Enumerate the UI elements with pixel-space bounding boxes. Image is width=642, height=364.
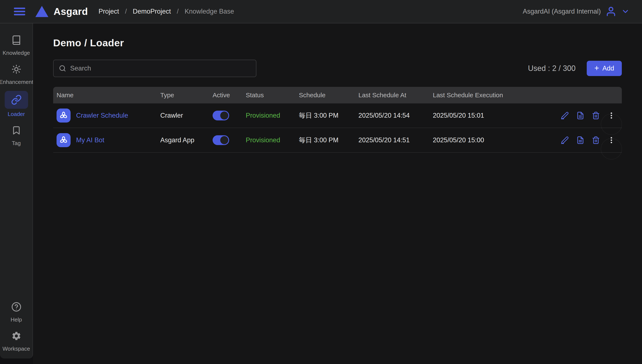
more-options-icon[interactable] <box>607 136 615 144</box>
loader-type-icon <box>57 108 71 122</box>
add-button-label: Add <box>602 64 614 72</box>
user-icon <box>605 6 616 17</box>
search-input[interactable] <box>70 64 251 72</box>
book-icon <box>11 33 22 48</box>
trash-icon[interactable] <box>592 136 600 144</box>
triangle-logo-icon <box>34 5 50 18</box>
account-menu[interactable]: AsgardAI (Asgard Internal) <box>523 6 630 17</box>
sidebar: Knowledge Enhancement <box>0 23 33 358</box>
breadcrumb-demoproject[interactable]: DemoProject <box>133 8 171 15</box>
loader-table: Name Type Active Status Schedule Last Sc… <box>53 87 622 153</box>
sidebar-item-label: Loader <box>8 111 25 118</box>
breadcrumb-project[interactable]: Project <box>98 8 119 15</box>
app-window: Asgard Project / DemoProject / Knowledge… <box>0 0 642 364</box>
sidebar-item-label: Enhancement <box>0 79 33 85</box>
loader-name-link[interactable]: Crawler Schedule <box>76 112 128 119</box>
sidebar-item-label: Workspace <box>3 346 30 352</box>
loader-type-icon <box>57 133 71 147</box>
status-badge: Provisioned <box>242 112 295 119</box>
loader-type: Crawler <box>157 112 209 119</box>
sun-icon <box>11 62 22 77</box>
last-schedule-execution-value: 2025/05/20 15:01 <box>429 112 561 119</box>
usage-counter: Used : 2 / 300 <box>528 64 575 73</box>
last-schedule-at-value: 2025/05/20 14:51 <box>355 136 429 144</box>
active-toggle[interactable] <box>213 111 229 120</box>
sidebar-item-label: Knowledge <box>3 50 30 56</box>
sidebar-item-enhancement[interactable]: Enhancement <box>0 62 33 85</box>
page-title: Demo / Loader <box>53 37 622 49</box>
column-header-schedule: Schedule <box>295 92 355 99</box>
column-header-active: Active <box>209 92 242 99</box>
chevron-down-icon <box>621 7 630 16</box>
main-content: Demo / Loader Used : 2 / 300 + Add <box>33 23 642 364</box>
schedule-value: 毎日 3:00 PM <box>295 136 355 144</box>
hamburger-menu-icon[interactable] <box>13 5 26 18</box>
loader-name-link[interactable]: My AI Bot <box>76 136 104 144</box>
sidebar-item-loader[interactable]: Loader <box>0 91 33 118</box>
table-row: Crawler Schedule Crawler Provisioned 毎日 … <box>53 104 622 128</box>
brand-name: Asgard <box>54 6 88 17</box>
breadcrumb-knowledge-base: Knowledge Base <box>185 8 234 15</box>
last-schedule-execution-value: 2025/05/20 15:00 <box>429 136 561 144</box>
help-circle-icon <box>11 300 22 314</box>
table-header: Name Type Active Status Schedule Last Sc… <box>53 87 622 104</box>
trash-icon[interactable] <box>592 112 600 120</box>
controls-row: Used : 2 / 300 + Add <box>53 60 622 77</box>
column-header-status: Status <box>242 92 295 99</box>
sidebar-item-label: Tag <box>12 140 21 146</box>
file-text-icon[interactable] <box>576 136 584 144</box>
sidebar-item-tag[interactable]: Tag <box>0 123 33 146</box>
status-badge: Provisioned <box>242 136 295 144</box>
loader-type: Asgard App <box>157 136 209 144</box>
column-header-last-schedule-execution: Last Schedule Execution <box>429 92 561 99</box>
plus-icon: + <box>594 64 599 72</box>
link-icon <box>5 91 28 109</box>
account-label: AsgardAI (Asgard Internal) <box>523 8 601 15</box>
topbar: Asgard Project / DemoProject / Knowledge… <box>0 0 642 23</box>
last-schedule-at-value: 2025/05/20 14:54 <box>355 112 429 119</box>
search-box[interactable] <box>53 60 256 77</box>
sidebar-item-help[interactable]: Help <box>0 300 33 323</box>
breadcrumb-separator: / <box>125 8 127 15</box>
edit-icon[interactable] <box>561 136 569 144</box>
sidebar-item-knowledge[interactable]: Knowledge <box>0 33 33 56</box>
gear-icon <box>11 328 22 344</box>
file-text-icon[interactable] <box>576 112 584 120</box>
bookmark-icon <box>12 123 21 138</box>
add-button[interactable]: + Add <box>587 61 622 76</box>
schedule-value: 毎日 3:00 PM <box>295 111 355 120</box>
column-header-last-schedule-at: Last Schedule At <box>355 92 429 99</box>
active-toggle[interactable] <box>213 135 229 145</box>
breadcrumb: Project / DemoProject / Knowledge Base <box>98 8 234 15</box>
edit-icon[interactable] <box>561 112 569 120</box>
column-header-name: Name <box>53 92 157 99</box>
search-icon <box>59 64 66 72</box>
column-header-type: Type <box>157 92 209 99</box>
more-options-icon[interactable] <box>607 112 615 120</box>
table-row: My AI Bot Asgard App Provisioned 毎日 3:00… <box>53 128 622 153</box>
brand-logo[interactable]: Asgard <box>34 5 88 18</box>
sidebar-item-workspace[interactable]: Workspace <box>0 328 33 352</box>
breadcrumb-separator: / <box>177 8 179 15</box>
sidebar-item-label: Help <box>11 316 22 323</box>
